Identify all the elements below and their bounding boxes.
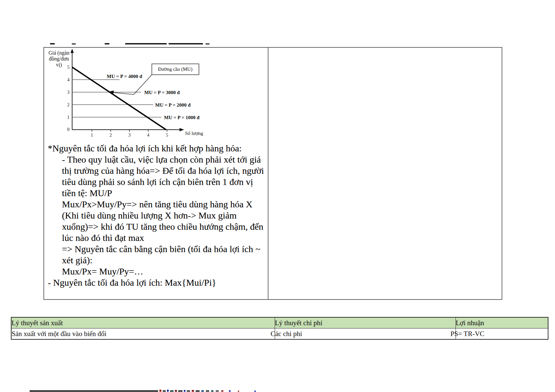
clipped-content-fragment — [169, 43, 203, 44]
y-axis-title-line: Giá (ngàn — [48, 50, 69, 56]
clipped-content-fragment — [216, 390, 219, 392]
summary-table-header-profit: Lợi nhuận — [456, 317, 548, 328]
notes-line: => Nguyên tắc cân bằng cận biên (tối đa … — [62, 244, 260, 255]
y-axis-title-line: vị) — [56, 62, 62, 68]
notes-text: *Nguyên tắc tối đa hóa lợi ích khi kết h… — [48, 143, 260, 288]
document-page: Giá (ngàn đồng/đơn vị) 5 4 3 2 1 0 1 2 3… — [0, 0, 555, 392]
clipped-content-fragment — [254, 391, 256, 392]
clipped-content-fragment — [238, 391, 239, 392]
notes-line: xuống)=> khi đó TU tăng theo chiều hướng… — [62, 221, 260, 232]
notes-line: Mux/Px>Muy/Py=> nên tăng tiêu dùng hàng … — [62, 199, 260, 210]
clipped-content-fragment — [187, 390, 190, 392]
x-axis-label: Số lượng — [185, 131, 203, 136]
clipped-content-fragment — [50, 43, 55, 44]
clipped-content-fragment — [178, 390, 182, 392]
notes-line: xét giá): — [62, 255, 260, 266]
clipped-content-fragment — [192, 390, 194, 392]
clipped-content-fragment — [211, 390, 213, 392]
demand-curve-callout-label: Đường cầu (MU) — [158, 66, 192, 72]
mu-price-label: MU = P = 4000 đ — [107, 74, 142, 79]
summary-table-header-row: Lý thuyết sản xuất Lý thuyết chi phí Lợi… — [11, 317, 548, 328]
clipped-content-fragment — [229, 390, 231, 392]
notes-line: (Khi tiêu dùng nhiều lượng X hơn-> Mux g… — [62, 210, 260, 221]
notes-line: - Nguyên tắc tối đa hóa lợi ích: Max{Mui… — [48, 277, 260, 288]
clipped-content-fragment — [206, 43, 209, 44]
summary-cell-text: Sản xuất với một đầu vào biến đổi — [12, 330, 106, 338]
clipped-content-fragment — [170, 390, 174, 392]
x-axis-arrow-icon — [180, 128, 184, 131]
mu-price-label: MU = P = 3000 đ — [144, 90, 180, 95]
notes-line: - Theo quy luật cầu, việc lựa chọn còn p… — [62, 154, 260, 165]
summary-cell-text: PS= TR-VC — [451, 330, 485, 338]
mu-price-label: MU = P = 1000 đ — [164, 115, 200, 120]
notes-line: tiền tệ: MU/P — [62, 188, 260, 199]
summary-table-cell-profit: PS= TR-VC — [456, 328, 548, 340]
x-tick-label: 3 — [128, 133, 131, 137]
clipped-content-fragment — [125, 43, 167, 44]
clipped-content-fragment — [175, 390, 177, 392]
summary-table: Lý thuyết sản xuất Lý thuyết chi phí Lợi… — [11, 317, 548, 340]
clipped-content-fragment — [163, 390, 166, 392]
summary-table-row: Sản xuất với một đầu vào biến đổi Các ch… — [11, 328, 548, 340]
demand-curve-figure: Giá (ngàn đồng/đơn vị) 5 4 3 2 1 0 1 2 3… — [45, 48, 243, 137]
clipped-content-fragment — [159, 390, 161, 392]
mu-price-label: MU = P = 2000 đ — [155, 102, 191, 108]
summary-table-cell-production: Sản xuất với một đầu vào biến đổi — [11, 328, 275, 340]
summary-cell-text: Các chi phí — [271, 330, 302, 338]
y-tick-label: 0 — [67, 127, 69, 132]
notes-line: *Nguyên tắc tối đa hóa lợi ích khi kết h… — [48, 143, 260, 154]
y-axis-arrow-icon — [70, 49, 74, 53]
notes-line: tiêu dùng phải so sánh lợi ích cận biên … — [62, 176, 260, 188]
clipped-content-fragment — [184, 390, 185, 392]
clipped-content-fragment — [221, 390, 223, 392]
y-tick-label: 5 — [67, 65, 69, 70]
clipped-content-fragment — [72, 43, 76, 44]
clipped-content-fragment — [206, 390, 209, 392]
y-tick-label: 3 — [67, 90, 69, 95]
summary-table-cell-cost: Các chi phí — [275, 328, 456, 340]
y-tick-label: 4 — [67, 77, 69, 82]
y-axis-title-line: đồng/đơn — [49, 56, 69, 62]
x-tick-label: 4 — [147, 133, 150, 137]
clipped-content-fragment — [201, 390, 204, 392]
clipped-content-fragment — [196, 390, 200, 392]
clipped-content-fragment — [30, 390, 158, 392]
clipped-content-fragment — [167, 390, 169, 392]
clipped-content-fragment — [105, 43, 109, 44]
x-tick-label: 5 — [166, 133, 168, 137]
notes-line: thị trường của hàng hóa=> Để tối đa hóa … — [62, 165, 260, 176]
x-tick-label: 1 — [91, 133, 93, 137]
summary-table-header-cost: Lý thuyết chi phí — [275, 317, 456, 328]
summary-table-header-production: Lý thuyết sản xuất — [11, 317, 275, 328]
y-tick-label: 1 — [67, 115, 69, 120]
content-table-right-cell — [268, 48, 502, 299]
y-tick-label: 2 — [67, 102, 69, 107]
notes-line: lúc nào đó thì đạt max — [62, 232, 260, 244]
notes-line: Mux/Px= Muy/Py=… — [62, 266, 260, 277]
x-tick-label: 2 — [110, 133, 112, 137]
